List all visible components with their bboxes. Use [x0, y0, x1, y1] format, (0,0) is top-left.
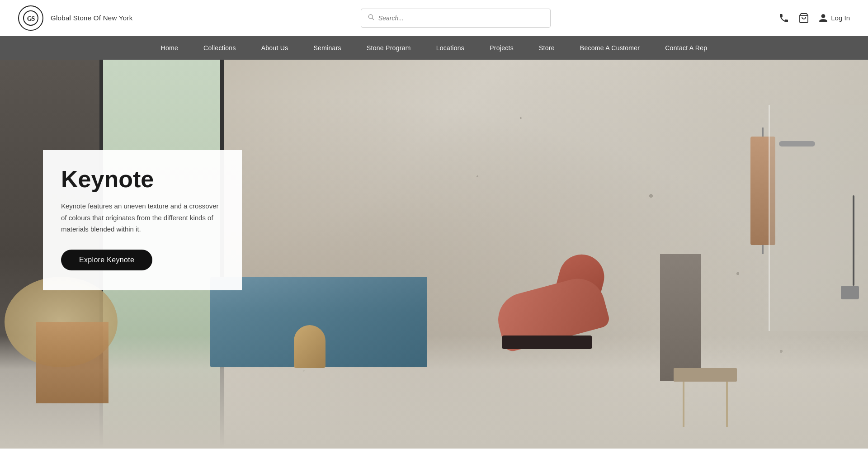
nav-item-locations[interactable]: Locations	[424, 36, 477, 60]
hero-description: Keynote features an uneven texture and a…	[61, 200, 224, 235]
login-label: Log In	[831, 14, 850, 22]
search-bar-wrapper	[132, 9, 778, 28]
nav-item-store[interactable]: Store	[526, 36, 567, 60]
logo-icon[interactable]: GS	[18, 5, 43, 31]
cart-button[interactable]	[798, 13, 809, 24]
login-button[interactable]: Log In	[818, 13, 850, 23]
header-actions: Log In	[778, 13, 850, 24]
nav-item-become-customer[interactable]: Become A Customer	[567, 36, 652, 60]
hero-card: Keynote Keynote features an uneven textu…	[43, 150, 242, 290]
search-icon	[368, 14, 375, 23]
nav-item-contact-rep[interactable]: Contact A Rep	[652, 36, 720, 60]
svg-text:GS: GS	[27, 15, 35, 22]
hero-cylinder	[294, 325, 326, 368]
phone-button[interactable]	[778, 13, 789, 24]
logo-area: GS Global Stone Of New York	[18, 5, 132, 31]
hero-section: Keynote Keynote features an uneven textu…	[0, 60, 868, 449]
hero-side-table	[674, 368, 737, 382]
nav-item-seminars[interactable]: Seminars	[301, 36, 354, 60]
hero-title: Keynote	[61, 166, 224, 192]
site-name-label: Global Stone Of New York	[51, 14, 132, 22]
search-bar	[361, 9, 551, 28]
main-nav: Home Collections About Us Seminars Stone…	[0, 36, 868, 60]
explore-keynote-button[interactable]: Explore Keynote	[61, 250, 152, 270]
nav-item-collections[interactable]: Collections	[191, 36, 249, 60]
hero-pedestal	[660, 254, 701, 381]
search-input[interactable]	[378, 14, 544, 22]
nav-item-stone-program[interactable]: Stone Program	[354, 36, 424, 60]
header: GS Global Stone Of New York	[0, 0, 868, 36]
hero-shower-area	[769, 105, 868, 331]
nav-item-projects[interactable]: Projects	[477, 36, 526, 60]
nav-item-home[interactable]: Home	[148, 36, 191, 60]
hero-lounge-chair	[479, 259, 615, 349]
svg-line-3	[372, 18, 374, 20]
nav-item-about-us[interactable]: About Us	[249, 36, 301, 60]
